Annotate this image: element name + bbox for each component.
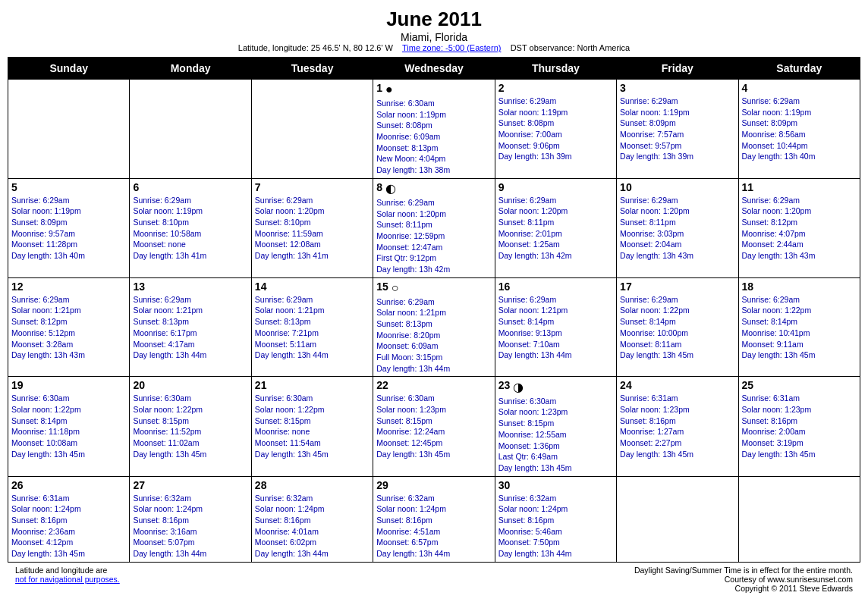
calendar-cell: 4Sunrise: 6:29amSolar noon: 1:19pmSunset… [738, 80, 860, 179]
day-info: Sunrise: 6:29amSolar noon: 1:22pmSunset:… [742, 294, 857, 361]
calendar-cell: 21Sunrise: 6:30amSolar noon: 1:22pmSunse… [251, 377, 373, 476]
day-number: 22 [376, 379, 388, 391]
day-number: 9 [498, 181, 505, 193]
day-number: 28 [255, 479, 267, 491]
coords-info: Latitude, longitude: 25 46.5' N, 80 12.6… [8, 43, 860, 52]
day-info: Sunrise: 6:29amSolar noon: 1:21pmSunset:… [498, 294, 613, 361]
calendar-cell: 6Sunrise: 6:29amSolar noon: 1:19pmSunset… [130, 178, 251, 277]
day-info: Sunrise: 6:29amSolar noon: 1:19pmSunset:… [742, 96, 857, 162]
day-number: 5 [11, 181, 17, 193]
calendar-cell: 23◑Sunrise: 6:30amSolar noon: 1:23pmSuns… [495, 377, 616, 476]
footer-dst: Daylight Saving/Summer Time is in effect… [634, 566, 853, 575]
calendar-cell: 17Sunrise: 6:29amSolar noon: 1:22pmSunse… [617, 277, 738, 377]
calendar-cell: 11Sunrise: 6:29amSolar noon: 1:20pmSunse… [738, 178, 860, 277]
day-info: Sunrise: 6:30amSolar noon: 1:22pmSunset:… [11, 393, 126, 459]
day-number: 11 [742, 181, 754, 193]
day-info: Sunrise: 6:29amSolar noon: 1:19pmSunset:… [498, 96, 613, 162]
calendar-cell: 12Sunrise: 6:29amSolar noon: 1:21pmSunse… [8, 277, 130, 377]
calendar-table: Sunday Monday Tuesday Wednesday Thursday… [8, 57, 860, 563]
day-info: Sunrise: 6:29amSolar noon: 1:20pmSunset:… [742, 195, 857, 262]
footer-right: Daylight Saving/Summer Time is in effect… [634, 566, 853, 593]
calendar-cell: 30Sunrise: 6:32amSolar noon: 1:24pmSunse… [495, 476, 616, 562]
calendar-cell: 16Sunrise: 6:29amSolar noon: 1:21pmSunse… [495, 277, 616, 377]
coords-text: Latitude, longitude: 25 46.5' N, 80 12.6… [238, 43, 393, 52]
day-number: 18 [742, 281, 754, 293]
day-number: 14 [255, 281, 267, 293]
day-number: 6 [133, 181, 139, 193]
day-number: 29 [376, 479, 388, 491]
day-number: 25 [742, 379, 754, 391]
col-thursday: Thursday [495, 58, 616, 80]
calendar-week-0: 1●Sunrise: 6:30amSolar noon: 1:19pmSunse… [8, 80, 860, 179]
day-number: 27 [133, 479, 145, 491]
day-number: 7 [255, 181, 261, 193]
calendar-cell: 15○Sunrise: 6:29amSolar noon: 1:21pmSuns… [373, 277, 495, 377]
col-saturday: Saturday [738, 58, 860, 80]
moon-phase-icon: ● [385, 83, 393, 96]
timezone-link[interactable]: Time zone: -5:00 (Eastern) [402, 43, 501, 52]
day-number: 26 [11, 479, 24, 491]
calendar-cell: 14Sunrise: 6:29amSolar noon: 1:21pmSunse… [251, 277, 373, 377]
day-number: 17 [620, 281, 632, 293]
calendar-cell: 28Sunrise: 6:32amSolar noon: 1:24pmSunse… [251, 476, 373, 562]
calendar-week-1: 5Sunrise: 6:29amSolar noon: 1:19pmSunset… [8, 178, 860, 277]
day-number: 30 [498, 479, 511, 491]
moon-phase-icon: ○ [392, 281, 399, 295]
day-number: 21 [255, 379, 267, 391]
calendar-week-2: 12Sunrise: 6:29amSolar noon: 1:21pmSunse… [8, 277, 860, 377]
day-info: Sunrise: 6:30amSolar noon: 1:23pmSunset:… [376, 393, 491, 459]
calendar-cell: 9Sunrise: 6:29amSolar noon: 1:20pmSunset… [495, 178, 616, 277]
calendar-cell: 2Sunrise: 6:29amSolar noon: 1:19pmSunset… [495, 80, 616, 179]
day-info: Sunrise: 6:29amSolar noon: 1:20pmSunset:… [620, 195, 734, 262]
calendar-cell: 7Sunrise: 6:29amSolar noon: 1:20pmSunset… [251, 178, 373, 277]
calendar-cell: 20Sunrise: 6:30amSolar noon: 1:22pmSunse… [130, 377, 251, 476]
col-sunday: Sunday [8, 58, 130, 80]
col-monday: Monday [130, 58, 251, 80]
day-info: Sunrise: 6:31amSolar noon: 1:23pmSunset:… [742, 393, 857, 459]
day-number: 20 [133, 379, 145, 391]
moon-phase-icon: ◐ [385, 181, 396, 196]
calendar-cell [738, 476, 860, 562]
day-info: Sunrise: 6:30amSolar noon: 1:19pmSunset:… [376, 98, 491, 176]
calendar-cell: 8◐Sunrise: 6:29amSolar noon: 1:20pmSunse… [373, 178, 495, 277]
day-number: 15 [376, 281, 388, 293]
page-title: June 2011 [8, 8, 860, 31]
calendar-cell: 5Sunrise: 6:29amSolar noon: 1:19pmSunset… [8, 178, 130, 277]
day-info: Sunrise: 6:32amSolar noon: 1:24pmSunset:… [133, 493, 247, 560]
calendar-week-3: 19Sunrise: 6:30amSolar noon: 1:22pmSunse… [8, 377, 860, 476]
day-number: 13 [133, 281, 145, 293]
day-info: Sunrise: 6:29amSolar noon: 1:22pmSunset:… [620, 294, 734, 361]
calendar-cell: 19Sunrise: 6:30amSolar noon: 1:22pmSunse… [8, 377, 130, 476]
day-number: 3 [620, 82, 626, 94]
day-number: 4 [742, 82, 748, 94]
moon-phase-icon: ◑ [513, 380, 524, 394]
dst-text: DST observance: North America [511, 43, 631, 52]
col-wednesday: Wednesday [373, 58, 495, 80]
day-info: Sunrise: 6:30amSolar noon: 1:22pmSunset:… [133, 393, 247, 459]
day-number: 2 [498, 82, 505, 94]
day-info: Sunrise: 6:31amSolar noon: 1:23pmSunset:… [620, 393, 734, 459]
header: June 2011 Miami, Florida Latitude, longi… [8, 8, 860, 52]
calendar-week-4: 26Sunrise: 6:31amSolar noon: 1:24pmSunse… [8, 476, 860, 562]
day-number: 23 [498, 379, 511, 391]
calendar-cell: 27Sunrise: 6:32amSolar noon: 1:24pmSunse… [130, 476, 251, 562]
day-number: 19 [11, 379, 24, 391]
day-number: 16 [498, 281, 511, 293]
calendar-cell: 18Sunrise: 6:29amSolar noon: 1:22pmSunse… [738, 277, 860, 377]
calendar-cell: 3Sunrise: 6:29amSolar noon: 1:19pmSunset… [617, 80, 738, 179]
page: June 2011 Miami, Florida Latitude, longi… [0, 0, 868, 605]
day-number: 24 [620, 379, 632, 391]
day-info: Sunrise: 6:29amSolar noon: 1:19pmSunset:… [620, 96, 734, 162]
day-info: Sunrise: 6:29amSolar noon: 1:21pmSunset:… [376, 296, 491, 375]
day-info: Sunrise: 6:29amSolar noon: 1:20pmSunset:… [255, 195, 370, 262]
footer-nav-link[interactable]: not for navigational purposes. [15, 575, 120, 584]
calendar-cell: 25Sunrise: 6:31amSolar noon: 1:23pmSunse… [738, 377, 860, 476]
day-info: Sunrise: 6:29amSolar noon: 1:21pmSunset:… [11, 294, 126, 361]
calendar-cell: 26Sunrise: 6:31amSolar noon: 1:24pmSunse… [8, 476, 130, 562]
calendar-cell [617, 476, 738, 562]
day-number: 8 [376, 181, 382, 193]
col-friday: Friday [617, 58, 738, 80]
calendar-cell: 29Sunrise: 6:32amSolar noon: 1:24pmSunse… [373, 476, 495, 562]
calendar-cell: 22Sunrise: 6:30amSolar noon: 1:23pmSunse… [373, 377, 495, 476]
calendar-cell: 24Sunrise: 6:31amSolar noon: 1:23pmSunse… [617, 377, 738, 476]
